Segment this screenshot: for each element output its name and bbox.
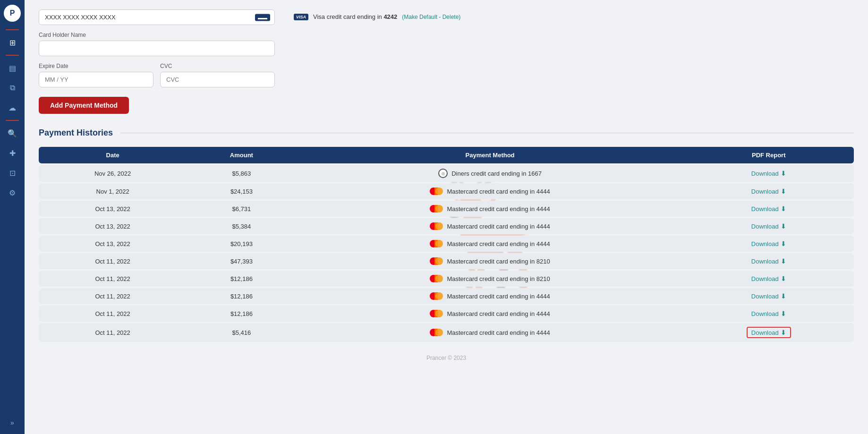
payment-method-text: Mastercard credit card ending in 8210	[447, 258, 550, 265]
cell-amount: $24,153	[187, 183, 296, 199]
sidebar-divider-1	[6, 29, 19, 30]
cell-download: Download ⬇	[684, 218, 854, 234]
search-icon[interactable]: 🔍	[4, 125, 21, 142]
payment-method-text: Mastercard credit card ending in 4444	[447, 293, 550, 300]
mastercard-icon	[430, 222, 443, 230]
download-link[interactable]: Download ⬇	[751, 170, 786, 177]
col-pdf-report: PDF Report	[684, 147, 854, 163]
card-number-input[interactable]	[39, 9, 275, 25]
expire-cvc-row: Expire Date CVC	[39, 63, 275, 94]
sidebar-divider-3	[6, 120, 19, 121]
payment-method-text: Mastercard credit card ending in 8210	[447, 275, 550, 282]
sidebar-logo[interactable]: P	[4, 5, 21, 22]
cell-download: Download ⬇	[684, 201, 854, 217]
download-link[interactable]: Download ⬇	[751, 187, 786, 195]
cell-payment-method: Mastercard credit card ending in 4444	[297, 218, 684, 234]
cell-payment-method: Mastercard credit card ending in 4444	[297, 323, 684, 342]
cell-payment-method: Mastercard credit card ending in 4444	[297, 236, 684, 252]
cell-date: Oct 11, 2022	[39, 306, 187, 322]
expire-date-input[interactable]	[39, 72, 153, 87]
table-row: Nov 26, 2022$5,863◎Diners credit card en…	[39, 165, 854, 182]
payment-method-text: Mastercard credit card ending in 4444	[447, 205, 550, 213]
cell-amount: $6,731	[187, 201, 296, 217]
payment-histories-section: Payment Histories Date Amount Payment Me…	[39, 128, 854, 343]
card-input-form: ▬▬ Card Holder Name Expire Date CVC	[39, 9, 275, 114]
cell-payment-method: ◎Diners credit card ending in 1667	[297, 165, 684, 182]
cell-amount: $20,193	[187, 236, 296, 252]
download-link[interactable]: Download ⬇	[751, 292, 786, 300]
cell-download: Download ⬇	[684, 271, 854, 287]
cvc-group: CVC	[160, 63, 275, 87]
table-header-row: Date Amount Payment Method PDF Report	[39, 147, 854, 163]
cell-download: Download ⬇	[684, 288, 854, 304]
table-row: Oct 11, 2022$12,186Mastercard credit car…	[39, 306, 854, 322]
cell-amount: $5,416	[187, 323, 296, 342]
plus-icon[interactable]: ✚	[4, 145, 21, 162]
cell-amount: $12,186	[187, 306, 296, 322]
card-holder-input[interactable]	[39, 41, 275, 56]
cell-download: Download ⬇	[684, 183, 854, 199]
table-row: Oct 11, 2022$12,186Mastercard credit car…	[39, 271, 854, 287]
table-row: Oct 11, 2022$5,416Mastercard credit card…	[39, 323, 854, 342]
card-holder-group: Card Holder Name	[39, 32, 275, 56]
col-payment-method: Payment Method	[297, 147, 684, 163]
download-link[interactable]: Download ⬇	[751, 257, 786, 265]
cell-date: Oct 11, 2022	[39, 253, 187, 269]
expire-date-group: Expire Date	[39, 63, 153, 87]
mastercard-icon	[430, 309, 443, 318]
download-link[interactable]: Download ⬇	[751, 240, 786, 247]
saved-card-item: VISA Visa credit card ending in 4242 (Ma…	[294, 13, 854, 20]
card-form-section: ▬▬ Card Holder Name Expire Date CVC	[39, 9, 854, 114]
table-icon[interactable]: ⊡	[4, 164, 21, 181]
mastercard-icon	[430, 204, 443, 213]
download-link[interactable]: Download ⬇	[747, 327, 791, 338]
cell-amount: $5,384	[187, 218, 296, 234]
chart-bar-icon[interactable]: ▤	[4, 60, 21, 77]
cell-payment-method: Mastercard credit card ending in 4444	[297, 183, 684, 199]
saved-cards-section: VISA Visa credit card ending in 4242 (Ma…	[294, 9, 854, 114]
mastercard-icon	[430, 292, 443, 300]
cell-payment-method: Mastercard credit card ending in 8210	[297, 253, 684, 269]
download-link[interactable]: Download ⬇	[751, 222, 786, 230]
payment-histories-title: Payment Histories	[39, 128, 113, 138]
cell-payment-method: Mastercard credit card ending in 4444	[297, 201, 684, 217]
col-amount: Amount	[187, 147, 296, 163]
cell-date: Oct 11, 2022	[39, 288, 187, 304]
add-payment-button[interactable]: Add Payment Method	[39, 97, 129, 114]
table-row: Nov 1, 2022$24,153Mastercard credit card…	[39, 183, 854, 199]
layers-icon[interactable]: ⧉	[4, 79, 21, 96]
cloud-icon[interactable]: ☁	[4, 99, 21, 116]
sidebar-expand-button[interactable]: »	[10, 419, 14, 426]
cell-payment-method: Mastercard credit card ending in 8210	[297, 271, 684, 287]
main-content: 🦌 ▬▬ Card Holder Name Expire Date	[25, 0, 868, 434]
card-brand-icon: ▬▬	[255, 14, 270, 21]
cell-payment-method: Mastercard credit card ending in 4444	[297, 288, 684, 304]
cell-payment-method: Mastercard credit card ending in 4444	[297, 306, 684, 322]
dashboard-icon[interactable]: ⊞	[4, 34, 21, 51]
table-body: Nov 26, 2022$5,863◎Diners credit card en…	[39, 165, 854, 342]
download-link[interactable]: Download ⬇	[751, 205, 786, 213]
sidebar: P ⊞ ▤ ⧉ ☁ 🔍 ✚ ⊡ ⚙ »	[0, 0, 25, 434]
payment-method-text: Mastercard credit card ending in 4444	[447, 223, 550, 230]
make-default-delete-link[interactable]: (Make Default - Delete)	[402, 14, 460, 20]
users-gear-icon[interactable]: ⚙	[4, 184, 21, 201]
cell-date: Nov 1, 2022	[39, 183, 187, 199]
col-date: Date	[39, 147, 187, 163]
cell-date: Oct 11, 2022	[39, 271, 187, 287]
section-title-row: Payment Histories	[39, 128, 854, 138]
expire-date-label: Expire Date	[39, 63, 153, 69]
card-number-group: ▬▬	[39, 9, 275, 25]
footer: Prancer © 2023	[39, 355, 854, 361]
cvc-input[interactable]	[160, 72, 275, 87]
cell-download: Download ⬇	[684, 306, 854, 322]
cell-date: Oct 13, 2022	[39, 218, 187, 234]
cell-download: Download ⬇	[684, 165, 854, 182]
copyright-text: Prancer © 2023	[426, 355, 466, 361]
table-row: Oct 13, 2022$20,193Mastercard credit car…	[39, 236, 854, 252]
download-link[interactable]: Download ⬇	[751, 275, 786, 282]
sidebar-divider-2	[6, 55, 19, 56]
payment-method-text: Mastercard credit card ending in 4444	[447, 240, 550, 247]
payment-method-text: Mastercard credit card ending in 4444	[447, 188, 550, 195]
cell-amount: $47,393	[187, 253, 296, 269]
download-link[interactable]: Download ⬇	[751, 310, 786, 317]
